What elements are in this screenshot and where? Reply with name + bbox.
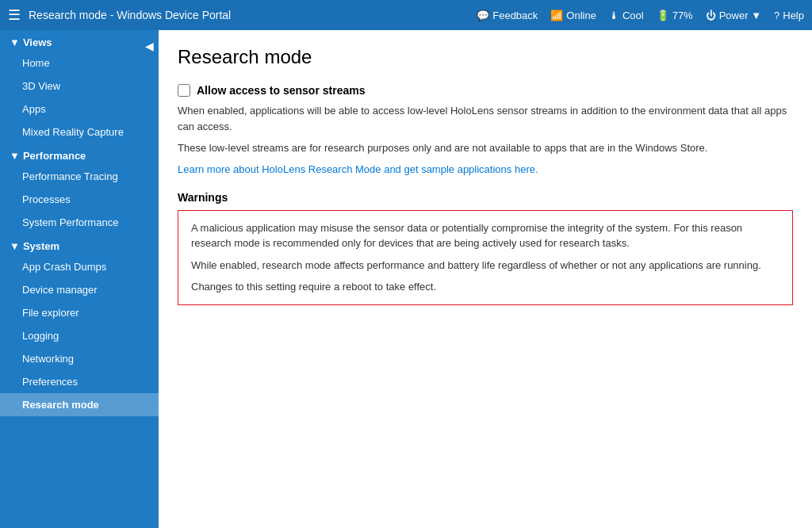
page-title: Research mode: [178, 46, 793, 68]
sidebar-section-system-label: System: [23, 240, 59, 252]
help-label: Help: [783, 10, 804, 21]
warning-2: While enabled, research mode affects per…: [191, 258, 779, 274]
sidebar-section-performance[interactable]: ▼ Performance: [0, 143, 159, 165]
feedback-icon: 💬: [477, 10, 489, 21]
hamburger-menu[interactable]: ☰: [8, 6, 21, 24]
sidebar-item-networking[interactable]: Networking: [0, 347, 159, 370]
temperature-status: 🌡 Cool: [609, 10, 644, 21]
performance-arrow-icon: ▼: [10, 150, 20, 162]
allow-sensor-checkbox[interactable]: [178, 84, 190, 97]
sensor-section: Allow access to sensor streams When enab…: [178, 84, 793, 175]
sidebar-item-system-performance[interactable]: System Performance: [0, 211, 159, 234]
battery-status: 🔋 77%: [657, 10, 693, 21]
warning-3: Changes to this setting require a reboot…: [191, 279, 779, 295]
header: ☰ Research mode - Windows Device Portal …: [0, 0, 812, 30]
battery-icon: 🔋: [657, 10, 669, 21]
system-arrow-icon: ▼: [10, 240, 20, 252]
sidebar-item-research-mode[interactable]: Research mode: [0, 393, 159, 416]
sidebar-section-system[interactable]: ▼ System: [0, 234, 159, 255]
sidebar-item-preferences[interactable]: Preferences: [0, 370, 159, 393]
feedback-label: Feedback: [492, 10, 538, 21]
app-title: Research mode - Windows Device Portal: [29, 9, 477, 21]
sensor-allow-row: Allow access to sensor streams: [178, 84, 793, 97]
warnings-section: Warnings A malicious application may mis…: [178, 191, 793, 305]
battery-label: 77%: [672, 10, 693, 21]
sidebar: ◀ ▼ Views Home 3D View Apps Mixed Realit…: [0, 30, 159, 528]
sidebar-collapse-button[interactable]: ◀: [140, 36, 159, 55]
sensor-description-2: These low-level streams are for research…: [178, 140, 793, 156]
views-arrow-icon: ▼: [10, 36, 20, 48]
sidebar-section-performance-label: Performance: [23, 150, 86, 162]
power-button[interactable]: ⏻ Power ▼: [706, 10, 761, 21]
sidebar-item-mixed-reality[interactable]: Mixed Reality Capture: [0, 121, 159, 143]
power-label: Power ▼: [719, 10, 761, 21]
feedback-button[interactable]: 💬 Feedback: [477, 10, 538, 21]
sidebar-item-file-explorer[interactable]: File explorer: [0, 301, 159, 324]
main-content: Research mode Allow access to sensor str…: [159, 30, 812, 528]
sidebar-item-home[interactable]: Home: [0, 52, 159, 75]
learn-more-link[interactable]: Learn more about HoloLens Research Mode …: [178, 163, 538, 175]
online-status: 📶 Online: [550, 10, 596, 21]
warnings-title: Warnings: [178, 191, 793, 204]
warnings-box: A malicious application may misuse the s…: [178, 210, 793, 305]
sidebar-item-processes[interactable]: Processes: [0, 188, 159, 211]
sidebar-item-logging[interactable]: Logging: [0, 324, 159, 347]
sidebar-section-views[interactable]: ▼ Views: [0, 30, 159, 52]
help-icon: ?: [774, 10, 779, 21]
sidebar-section-views-label: Views: [23, 36, 52, 48]
sidebar-item-performance-tracing[interactable]: Performance Tracing: [0, 165, 159, 188]
online-icon: 📶: [550, 10, 563, 21]
sidebar-item-device-manager[interactable]: Device manager: [0, 278, 159, 301]
temp-icon: 🌡: [609, 10, 619, 21]
warning-1: A malicious application may misuse the s…: [191, 220, 779, 251]
allow-sensor-label: Allow access to sensor streams: [197, 84, 365, 97]
temp-label: Cool: [622, 10, 644, 21]
sidebar-item-crash-dumps[interactable]: App Crash Dumps: [0, 255, 159, 278]
sidebar-item-apps[interactable]: Apps: [0, 98, 159, 121]
sidebar-item-3d-view[interactable]: 3D View: [0, 75, 159, 98]
help-button[interactable]: ? Help: [774, 10, 804, 21]
online-label: Online: [566, 10, 596, 21]
header-actions: 💬 Feedback 📶 Online 🌡 Cool 🔋 77% ⏻ Power…: [477, 10, 804, 21]
power-icon: ⏻: [706, 10, 716, 21]
sensor-description-1: When enabled, applications will be able …: [178, 103, 793, 134]
